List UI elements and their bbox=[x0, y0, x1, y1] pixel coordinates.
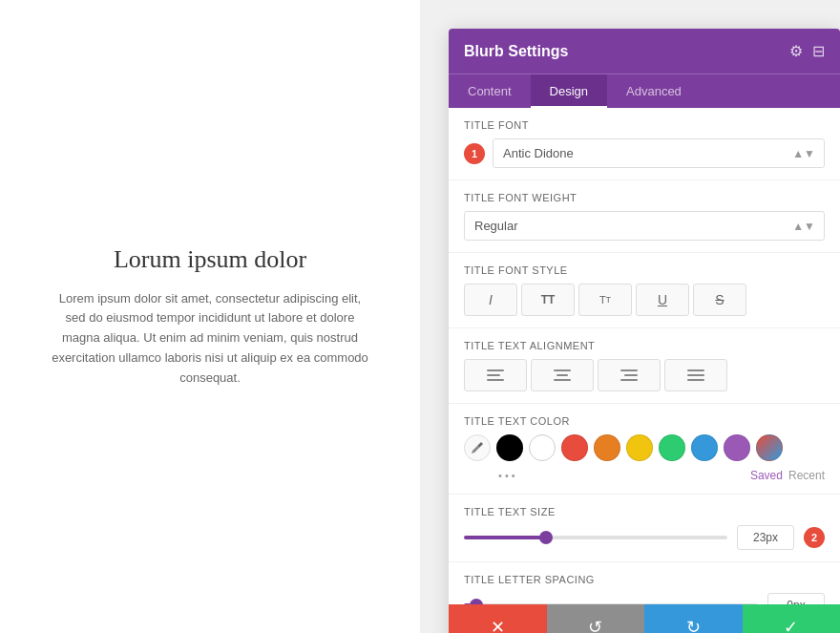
color-white[interactable] bbox=[529, 434, 556, 461]
title-font-select-wrapper: 1 Antic Didone Arial Georgia Helvetica T… bbox=[464, 138, 825, 168]
color-tab-recent[interactable]: Recent bbox=[788, 469, 825, 482]
title-font-style-row: Title Font Style I TT TT U S bbox=[449, 253, 840, 328]
columns-icon[interactable]: ⊟ bbox=[812, 42, 825, 60]
align-right-icon bbox=[620, 369, 638, 381]
title-text-size-slider[interactable] bbox=[464, 536, 727, 539]
title-font-row: Title Font 1 Antic Didone Arial Georgia … bbox=[449, 108, 840, 180]
title-font-weight-select-wrapper: Regular Thin Light Bold Extra Bold ▲▼ bbox=[464, 211, 825, 241]
title-letter-spacing-row: Title Letter Spacing bbox=[449, 562, 840, 604]
settings-icon[interactable]: ⚙ bbox=[789, 42, 803, 60]
panel-title: Blurb Settings bbox=[464, 43, 568, 60]
align-left-icon bbox=[487, 369, 504, 381]
title-text-color-row: Title Text Color bbox=[449, 404, 840, 495]
panel-footer: ✕ ↺ ↻ ✓ bbox=[449, 604, 840, 633]
underline-btn[interactable]: U bbox=[636, 284, 689, 316]
title-font-label: Title Font bbox=[464, 119, 825, 131]
color-yellow[interactable] bbox=[626, 434, 653, 461]
color-gradient[interactable] bbox=[756, 434, 783, 461]
title-font-select[interactable]: Antic Didone Arial Georgia Helvetica Tim… bbox=[493, 138, 825, 168]
preview-title: Lorum ipsum dolor bbox=[48, 245, 372, 274]
step-badge-2: 2 bbox=[804, 527, 825, 548]
settings-panel: Blurb Settings ⚙ ⊟ Content Design Advanc… bbox=[449, 29, 840, 633]
title-text-size-label: Title Text Size bbox=[464, 506, 825, 517]
tabs-bar: Content Design Advanced bbox=[449, 74, 840, 108]
align-justify-icon bbox=[687, 369, 704, 381]
title-text-color-label: Title Text Color bbox=[464, 415, 825, 427]
settings-body: Title Font 1 Antic Didone Arial Georgia … bbox=[449, 108, 840, 604]
title-letter-spacing-slider-row bbox=[464, 593, 825, 604]
eyedropper-btn[interactable] bbox=[464, 434, 491, 461]
align-center-btn[interactable] bbox=[531, 359, 594, 391]
preview-area: Lorum ipsum dolor Lorem ipsum dolor sit … bbox=[0, 0, 420, 633]
align-center-icon bbox=[554, 369, 571, 381]
title-text-size-row: Title Text Size 2 bbox=[449, 495, 840, 562]
preview-content: Lorum ipsum dolor Lorem ipsum dolor sit … bbox=[29, 226, 391, 408]
title-letter-spacing-input[interactable] bbox=[767, 593, 825, 604]
redo-button[interactable]: ↻ bbox=[644, 604, 743, 633]
color-black[interactable] bbox=[496, 434, 523, 461]
color-orange[interactable] bbox=[594, 434, 620, 461]
color-blue[interactable] bbox=[691, 434, 718, 461]
tab-design[interactable]: Design bbox=[531, 74, 607, 108]
color-swatches bbox=[464, 434, 825, 461]
title-font-weight-label: Title Font Weight bbox=[464, 192, 825, 203]
color-section: • • • Saved Recent bbox=[464, 434, 825, 482]
title-font-style-label: Title Font Style bbox=[464, 264, 825, 276]
color-green[interactable] bbox=[659, 434, 685, 461]
preview-body: Lorem ipsum dolor sit amet, consectetur … bbox=[48, 289, 372, 389]
title-font-weight-select[interactable]: Regular Thin Light Bold Extra Bold bbox=[464, 211, 825, 241]
align-buttons bbox=[464, 359, 825, 391]
bold-btn[interactable]: TT bbox=[521, 284, 575, 316]
color-purple[interactable] bbox=[724, 434, 750, 461]
panel-header: Blurb Settings ⚙ ⊟ bbox=[449, 29, 840, 74]
title-text-size-slider-row: 2 bbox=[464, 525, 825, 550]
align-left-btn[interactable] bbox=[464, 359, 527, 391]
italic-btn[interactable]: I bbox=[464, 284, 517, 316]
tab-content[interactable]: Content bbox=[449, 74, 531, 108]
reset-button[interactable]: ↺ bbox=[547, 604, 645, 633]
color-more-dots[interactable]: • • • bbox=[498, 470, 515, 481]
color-tab-saved[interactable]: Saved bbox=[750, 469, 783, 482]
title-text-alignment-row: Title Text Alignment bbox=[449, 328, 840, 404]
color-red[interactable] bbox=[561, 434, 588, 461]
align-justify-btn[interactable] bbox=[664, 359, 727, 391]
title-letter-spacing-label: Title Letter Spacing bbox=[464, 574, 825, 585]
style-buttons: I TT TT U S bbox=[464, 284, 825, 316]
cancel-button[interactable]: ✕ bbox=[449, 604, 547, 633]
title-text-alignment-label: Title Text Alignment bbox=[464, 340, 825, 351]
title-font-weight-row: Title Font Weight Regular Thin Light Bol… bbox=[449, 180, 840, 253]
caps-btn[interactable]: TT bbox=[578, 284, 632, 316]
align-right-btn[interactable] bbox=[598, 359, 661, 391]
tab-advanced[interactable]: Advanced bbox=[607, 74, 701, 108]
title-text-size-input[interactable] bbox=[737, 525, 794, 550]
panel-icons: ⚙ ⊟ bbox=[789, 42, 825, 60]
step-badge-1: 1 bbox=[464, 143, 485, 164]
strikethrough-btn[interactable]: S bbox=[693, 284, 746, 316]
save-button[interactable]: ✓ bbox=[743, 604, 841, 633]
